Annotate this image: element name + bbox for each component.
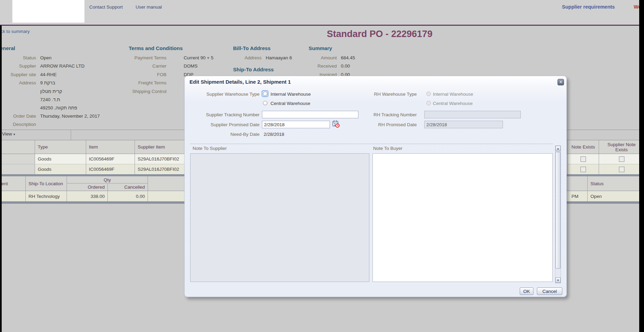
- close-icon[interactable]: ✕: [557, 79, 564, 85]
- toolbar-separator: [71, 130, 71, 140]
- supplier-internal-warehouse-label: Internal Warehouse: [271, 92, 311, 97]
- right-edge-strip: [639, 0, 644, 332]
- col-header-status: Status: [588, 176, 644, 191]
- back-to-summary-link[interactable]: ck to summary: [1, 29, 30, 34]
- scroll-up-icon[interactable]: ▲: [555, 146, 561, 151]
- summary-row-received: Received0.00: [0, 63, 350, 72]
- row-select-cell: [0, 154, 35, 164]
- status-cell: Open: [588, 191, 644, 201]
- supplier-note-exists-cell: [599, 154, 644, 164]
- note-exists-cell: [568, 154, 599, 164]
- need-by-date-value: 2/28/2018: [264, 132, 284, 137]
- supplier-tracking-number-input[interactable]: [262, 111, 358, 118]
- col-header-cancelled: Cancelled: [108, 183, 148, 191]
- field-label: Amount: [0, 55, 337, 61]
- col-header-qty-group: Qty: [67, 176, 148, 183]
- rh-tracking-number-input: [424, 111, 521, 118]
- view-menu-button[interactable]: View▾: [2, 131, 15, 137]
- supplier-tracking-number-label: Supplier Tracking Number: [185, 112, 260, 117]
- field-value: ת.ד. 7240: [40, 97, 60, 103]
- note-exists-checkbox[interactable]: [580, 156, 586, 162]
- col-header-shipment: ent: [0, 176, 26, 191]
- supplier-central-warehouse-radio[interactable]: [263, 101, 267, 105]
- scrollbar-thumb[interactable]: [555, 152, 561, 269]
- rh-tracking-number-label: RH Tracking Number: [363, 112, 417, 117]
- contact-support-link[interactable]: Contact Support: [89, 4, 123, 10]
- supplier-note-exists-cell: [599, 164, 644, 174]
- supplier-note-exists-checkbox[interactable]: [619, 167, 624, 172]
- general-row-order-date: Order DateThursday, November 2, 2017: [0, 113, 100, 122]
- col-header-supplier-note-exists: Supplier Note Exists: [599, 140, 644, 154]
- type-cell: Goods: [35, 164, 86, 174]
- dialog-title: Edit Shipment Details, Line 2, Shipment …: [189, 79, 291, 85]
- po-details-screen: Contact Support User manual Supplier req…: [0, 0, 644, 332]
- general-row-address4: פתח תקווה, 49250: [0, 105, 77, 114]
- rh-internal-warehouse-radio: [426, 92, 431, 96]
- rh-internal-warehouse-label: Internal Warehouse: [433, 92, 473, 97]
- supplier-internal-warehouse-radio[interactable]: [263, 92, 267, 96]
- dialog-scrollbar: ▲ ▼: [555, 145, 561, 283]
- row-select-cell: [0, 164, 35, 174]
- field-value: 684.45: [341, 55, 355, 61]
- note-to-buyer-textarea[interactable]: [372, 153, 553, 282]
- cancelled-cell: 0.00: [108, 191, 148, 201]
- supplier-promised-date-input[interactable]: [262, 121, 330, 128]
- note-exists-cell: [568, 164, 599, 174]
- top-bar: Contact Support User manual Supplier req…: [0, 0, 644, 25]
- cancel-button[interactable]: Cancel: [537, 287, 562, 295]
- terms-row-shipping-control: Shipping Control: [0, 88, 184, 97]
- rh-promised-date-input: [424, 121, 503, 128]
- supplier-requirements-link[interactable]: Supplier requirements: [562, 4, 615, 10]
- field-label: Description: [0, 121, 36, 128]
- chevron-down-icon: ▾: [13, 132, 15, 136]
- item-cell: IC0056469F: [86, 164, 135, 174]
- field-value: Thursday, November 2, 2017: [40, 113, 100, 119]
- need-by-date-label: Need-By Date: [185, 132, 260, 137]
- rh-warehouse-type-label: RH Warehouse Type: [363, 92, 417, 97]
- bill-to-section-header: Bill-To Address: [233, 45, 271, 51]
- svg-text:2: 2: [334, 123, 336, 126]
- field-label: Order Date: [0, 113, 36, 119]
- view-menu-label: View: [2, 131, 12, 137]
- field-label: Shipping Control: [0, 88, 166, 95]
- col-header-item: Item: [86, 140, 135, 154]
- field-value: 0.00: [341, 63, 350, 69]
- field-label: Freight Terms: [0, 80, 166, 86]
- col-header-note-exists: Note Exists: [568, 140, 599, 154]
- summary-section-header: Summary: [309, 45, 332, 51]
- field-value: פתח תקווה, 49250: [40, 105, 77, 111]
- note-to-supplier-label: Note To Supplier: [193, 146, 227, 151]
- logo-placeholder: [12, 0, 84, 23]
- note-to-supplier-textarea: [190, 153, 369, 282]
- supplier-promised-date-label: Supplier Promised Date: [185, 122, 260, 127]
- col-header-ship-to-location: Ship-To Location: [26, 176, 67, 191]
- supplier-warehouse-type-label: Supplier Warehouse Type: [185, 92, 260, 97]
- rh-promised-date-label: RH Promised Date: [363, 122, 417, 127]
- scroll-down-icon[interactable]: ▼: [555, 277, 561, 283]
- col-header-type: Type: [35, 140, 86, 154]
- header-divider: [0, 25, 644, 26]
- field-label: Received: [0, 63, 337, 69]
- type-cell: Goods: [35, 154, 86, 164]
- supplier-central-warehouse-label: Central Warehouse: [271, 101, 310, 106]
- ordered-cell: 338.00: [67, 191, 108, 201]
- general-section-header: eneral: [0, 45, 15, 51]
- note-exists-checkbox[interactable]: [580, 167, 586, 172]
- ok-button[interactable]: OK: [520, 287, 533, 295]
- note-to-buyer-label: Note To Buyer: [373, 146, 402, 151]
- dialog-divider: [190, 144, 553, 144]
- supplier-note-exists-checkbox[interactable]: [619, 156, 624, 162]
- calendar-icon[interactable]: 2: [332, 120, 340, 129]
- shipment-cell: [0, 191, 26, 201]
- ship-to-location-cell: RH Technology: [26, 191, 67, 201]
- rh-central-warehouse-label: Central Warehouse: [433, 101, 473, 106]
- col-header-blank: [0, 140, 35, 154]
- item-cell: IC0056469F: [86, 154, 135, 164]
- general-row-address3: ת.ד. 7240: [0, 97, 60, 105]
- left-edge-strip: [0, 25, 2, 332]
- user-manual-link[interactable]: User manual: [136, 4, 162, 10]
- summary-row-amount: Amount684.45: [0, 55, 355, 63]
- edit-shipment-details-dialog: Edit Shipment Details, Line 2, Shipment …: [184, 76, 567, 297]
- page-title: Standard PO - 22296179: [327, 29, 433, 39]
- terms-row-freight: Freight Terms: [0, 80, 184, 88]
